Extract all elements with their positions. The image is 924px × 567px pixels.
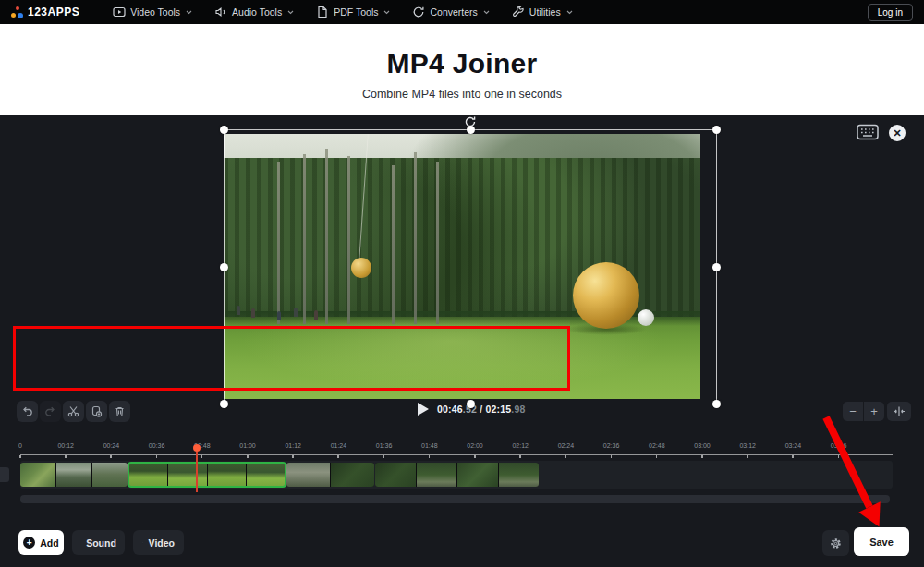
zoom-out-button[interactable]: − [843, 402, 863, 421]
resize-handle-right[interactable] [712, 263, 721, 271]
add-file-button[interactable]: + Add [18, 530, 64, 555]
clip-thumbnail [92, 463, 128, 487]
add-sound-button[interactable]: Sound [72, 530, 125, 555]
resize-handle-top-left[interactable] [220, 126, 228, 134]
redo-button[interactable] [40, 401, 61, 422]
clip-thumbnail [417, 463, 457, 487]
menu-converters[interactable]: Converters [412, 6, 489, 18]
menu-label: Utilities [529, 6, 561, 18]
clip-thumbnail [286, 463, 330, 487]
chevron-down-icon [287, 10, 294, 15]
timeline-clips [0, 463, 924, 487]
scene-person [251, 308, 255, 318]
trash-icon [114, 405, 126, 417]
clip-thumbnail [247, 463, 286, 487]
timeline-clip-selected[interactable] [128, 463, 286, 487]
duplicate-button[interactable] [86, 401, 107, 422]
scene-tree-trunk [277, 162, 280, 324]
plus-circle-icon: + [23, 537, 35, 549]
scene-person [237, 306, 240, 315]
keyboard-icon [857, 124, 879, 140]
audio-track-lane[interactable] [20, 495, 890, 503]
resize-handle-top-right[interactable] [712, 126, 721, 134]
resize-handle-left[interactable] [220, 263, 228, 271]
track-collapse-button[interactable] [0, 467, 9, 482]
resize-handle-bottom[interactable] [467, 400, 475, 408]
scene-person [277, 311, 281, 320]
chevron-down-icon [383, 10, 390, 15]
scene-tree-trunk [325, 149, 328, 324]
timeline-clip[interactable] [375, 463, 539, 487]
playhead-marker[interactable] [193, 444, 201, 452]
clip-thumbnail [20, 463, 55, 487]
playhead-line [196, 452, 198, 492]
menu-audio-tools[interactable]: Audio Tools [214, 6, 294, 18]
total-time-frac: .98 [511, 404, 525, 415]
plus-icon: + [870, 404, 878, 418]
current-time: 00:46 [437, 404, 463, 415]
zoom-in-button[interactable]: + [864, 402, 884, 421]
menu-label: PDF Tools [334, 6, 378, 18]
resize-handle-top[interactable] [467, 126, 475, 134]
timeline-zoom-controls: − + [843, 402, 884, 421]
fit-timeline-button[interactable] [887, 402, 911, 421]
nav-menus: Video Tools Audio Tools PDF Tools Conver… [113, 6, 572, 18]
top-navbar: 123APPS Video Tools Audio Tools PDF Tool… [0, 0, 924, 24]
timeline-clip[interactable] [20, 463, 128, 487]
video-frame-icon [142, 537, 143, 549]
settings-button[interactable] [822, 530, 849, 556]
menu-utilities[interactable]: Utilities [512, 6, 573, 18]
duplicate-icon [91, 405, 103, 417]
editor-workspace: ✕ [0, 115, 924, 567]
sound-label: Sound [86, 537, 116, 549]
timeline-clip[interactable] [286, 463, 374, 487]
close-icon: ✕ [893, 127, 901, 139]
undo-button[interactable] [17, 401, 38, 422]
add-label: Add [40, 537, 58, 549]
page-header: MP4 Joiner Combine MP4 files into one in… [0, 24, 924, 115]
page-subtitle: Combine MP4 files into one in seconds [0, 88, 924, 101]
menu-video-tools[interactable]: Video Tools [113, 6, 192, 18]
clip-thumbnail [331, 463, 374, 487]
cut-button[interactable] [63, 401, 84, 422]
pdf-tools-icon [316, 6, 329, 18]
resize-handle-bottom-right[interactable] [712, 400, 721, 408]
logo-text: 123APPS [28, 6, 79, 18]
menu-pdf-tools[interactable]: PDF Tools [316, 6, 390, 18]
delete-button[interactable] [109, 401, 130, 422]
save-button[interactable]: Save [854, 527, 909, 556]
resize-handle-bottom-left[interactable] [220, 400, 228, 408]
scene-gold-sphere [573, 262, 639, 329]
clip-thumbnail [208, 463, 247, 487]
site-logo[interactable]: 123APPS [11, 6, 79, 18]
clip-thumbnail [499, 463, 540, 487]
scene-person [314, 310, 318, 320]
timeline-ruler[interactable]: 000:1200:2400:3600:4801:0001:1201:2401:3… [0, 442, 924, 459]
keyboard-shortcuts-button[interactable] [856, 124, 880, 142]
scene-white-sphere [638, 309, 654, 326]
chevron-down-icon [566, 10, 573, 15]
page-title: MP4 Joiner [0, 48, 924, 79]
clip-thumbnail [168, 463, 207, 487]
chevron-down-icon [483, 10, 490, 15]
video-label: Video [149, 537, 175, 549]
close-button[interactable]: ✕ [889, 125, 906, 141]
add-video-button[interactable]: Video [133, 530, 184, 555]
utilities-icon [512, 6, 525, 18]
play-button[interactable] [418, 403, 429, 416]
logo-dots-icon [11, 6, 23, 18]
scene-tree-trunk [414, 152, 417, 324]
video-preview[interactable] [224, 134, 700, 399]
scene-tree-trunk [392, 165, 395, 324]
minus-icon: − [849, 404, 857, 418]
login-button[interactable]: Log in [868, 4, 913, 21]
scene-tree-trunk [303, 154, 306, 324]
total-time: 02:15 [485, 404, 511, 415]
clip-thumbnail [128, 463, 167, 487]
scene-tree-trunk [347, 156, 350, 324]
clip-thumbnail [56, 463, 91, 487]
video-tools-icon [113, 6, 126, 18]
menu-label: Video Tools [130, 6, 180, 18]
ruler-baseline [20, 454, 893, 455]
scene-person [294, 308, 298, 317]
